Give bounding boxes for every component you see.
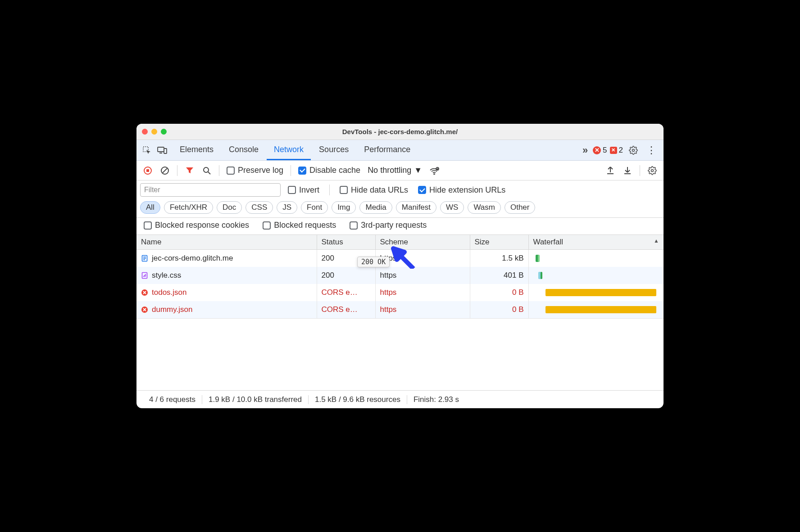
pill-font[interactable]: Font — [301, 201, 328, 214]
search-icon[interactable] — [199, 163, 214, 178]
chevron-down-icon: ▼ — [414, 166, 422, 175]
pill-fetch-xhr[interactable]: Fetch/XHR — [164, 201, 213, 214]
svg-point-12 — [651, 169, 654, 171]
close-icon[interactable] — [142, 129, 148, 135]
table-row[interactable]: style.css200https401 B — [136, 267, 664, 284]
clear-icon[interactable] — [157, 163, 173, 178]
device-toolbar-icon[interactable] — [155, 143, 170, 158]
request-scheme: https — [375, 301, 470, 318]
svg-point-10 — [434, 174, 435, 175]
pill-js[interactable]: JS — [277, 201, 297, 214]
tab-console[interactable]: Console — [222, 140, 266, 160]
arrow-icon — [389, 244, 416, 269]
pill-other[interactable]: Other — [505, 201, 536, 214]
hide-extension-urls-check[interactable]: Hide extension URLs — [415, 185, 508, 195]
panel-settings-icon[interactable] — [645, 163, 660, 178]
svg-rect-2 — [164, 149, 167, 153]
throttling-select[interactable]: No throttling ▼ — [365, 166, 425, 175]
pill-media[interactable]: Media — [359, 201, 392, 214]
request-name: style.css — [152, 271, 181, 280]
status-resources: 1.5 kB / 9.6 kB resources — [309, 395, 407, 404]
kebab-icon[interactable]: ⋮ — [644, 143, 659, 158]
traffic-lights — [142, 129, 167, 135]
zoom-icon[interactable] — [161, 129, 167, 135]
issues-badge[interactable]: ✕2 — [610, 146, 623, 155]
errors-badge[interactable]: ✕5 — [593, 146, 607, 155]
invert-check[interactable]: Invert — [285, 185, 322, 195]
record-icon[interactable] — [140, 163, 155, 178]
upload-har-icon[interactable] — [603, 163, 618, 178]
tab-sources[interactable]: Sources — [312, 140, 356, 160]
devtools-window: DevTools - jec-cors-demo.glitch.me/ Elem… — [136, 124, 664, 408]
svg-rect-1 — [158, 147, 164, 152]
col-name[interactable]: Name — [136, 235, 317, 250]
request-name: todos.json — [152, 288, 187, 297]
third-party-check[interactable]: 3rd-party requests — [347, 221, 429, 230]
pill-manifest[interactable]: Manifest — [396, 201, 436, 214]
hide-data-urls-check[interactable]: Hide data URLs — [337, 185, 411, 195]
request-status: 200 — [317, 267, 375, 284]
request-size: 401 B — [470, 267, 528, 284]
col-waterfall[interactable]: Waterfall▲ — [528, 235, 664, 250]
request-name: dummy.json — [152, 305, 192, 314]
request-status: CORS e… — [317, 301, 375, 318]
request-scheme: https — [375, 267, 470, 284]
tab-elements[interactable]: Elements — [173, 140, 221, 160]
more-tabs-icon[interactable]: » — [577, 143, 593, 158]
filter-input[interactable] — [140, 183, 281, 197]
request-size: 1.5 kB — [470, 250, 528, 267]
pill-all[interactable]: All — [140, 201, 160, 214]
status-transferred: 1.9 kB / 10.0 kB transferred — [202, 395, 309, 404]
inspect-icon[interactable] — [139, 143, 155, 158]
errors-count: 5 — [603, 146, 607, 155]
waterfall-cell — [528, 267, 664, 284]
request-size: 0 B — [470, 284, 528, 301]
pill-css[interactable]: CSS — [245, 201, 273, 214]
waterfall-cell — [528, 284, 664, 301]
pill-wasm[interactable]: Wasm — [468, 201, 501, 214]
blocked-requests-label: Blocked requests — [274, 221, 336, 230]
extra-filters: Blocked response cookies Blocked request… — [136, 218, 664, 235]
settings-icon[interactable] — [626, 143, 641, 158]
status-finish: Finish: 2.93 s — [407, 395, 465, 404]
css-file-icon — [141, 272, 148, 279]
tab-performance[interactable]: Performance — [357, 140, 418, 160]
filter-icon[interactable] — [182, 163, 197, 178]
preserve-log-check[interactable]: Preserve log — [224, 166, 286, 175]
svg-line-9 — [208, 172, 210, 174]
blocked-cookies-check[interactable]: Blocked response cookies — [141, 221, 252, 230]
svg-line-7 — [163, 168, 167, 173]
throttling-label: No throttling — [368, 166, 411, 175]
hide-ext-label: Hide extension URLs — [429, 185, 505, 195]
col-status[interactable]: Status — [317, 235, 375, 250]
minimize-icon[interactable] — [151, 129, 157, 135]
request-name: jec-cors-demo.glitch.me — [152, 254, 233, 263]
status-bar: 4 / 6 requests 1.9 kB / 10.0 kB transfer… — [136, 390, 664, 408]
network-conditions-icon[interactable] — [427, 163, 442, 178]
preserve-log-label: Preserve log — [238, 166, 283, 175]
invert-label: Invert — [299, 185, 319, 195]
pill-ws[interactable]: WS — [440, 201, 464, 214]
pill-doc[interactable]: Doc — [217, 201, 242, 214]
error-icon — [141, 306, 148, 313]
status-tooltip: 200 OK — [357, 257, 390, 267]
network-toolbar: Preserve log Disable cache No throttling… — [136, 161, 664, 180]
filter-bar: Invert Hide data URLs Hide extension URL… — [136, 180, 664, 199]
panel-tabs: ElementsConsoleNetworkSourcesPerformance… — [136, 140, 664, 161]
waterfall-cell — [528, 250, 664, 267]
pill-img[interactable]: Img — [332, 201, 356, 214]
blocked-cookies-label: Blocked response cookies — [155, 221, 249, 230]
download-har-icon[interactable] — [620, 163, 635, 178]
disable-cache-check[interactable]: Disable cache — [295, 166, 363, 175]
svg-point-8 — [204, 167, 209, 172]
third-party-label: 3rd-party requests — [361, 221, 427, 230]
request-status: CORS e… — [317, 284, 375, 301]
titlebar: DevTools - jec-cors-demo.glitch.me/ — [136, 124, 664, 140]
blocked-requests-check[interactable]: Blocked requests — [260, 221, 339, 230]
type-filter-pills: AllFetch/XHRDocCSSJSFontImgMediaManifest… — [136, 199, 664, 218]
col-size[interactable]: Size — [470, 235, 528, 250]
tab-network[interactable]: Network — [267, 140, 311, 160]
table-row[interactable]: todos.jsonCORS e…https0 B — [136, 284, 664, 301]
table-row[interactable]: dummy.jsonCORS e…https0 B — [136, 301, 664, 318]
issues-count: 2 — [619, 146, 623, 155]
